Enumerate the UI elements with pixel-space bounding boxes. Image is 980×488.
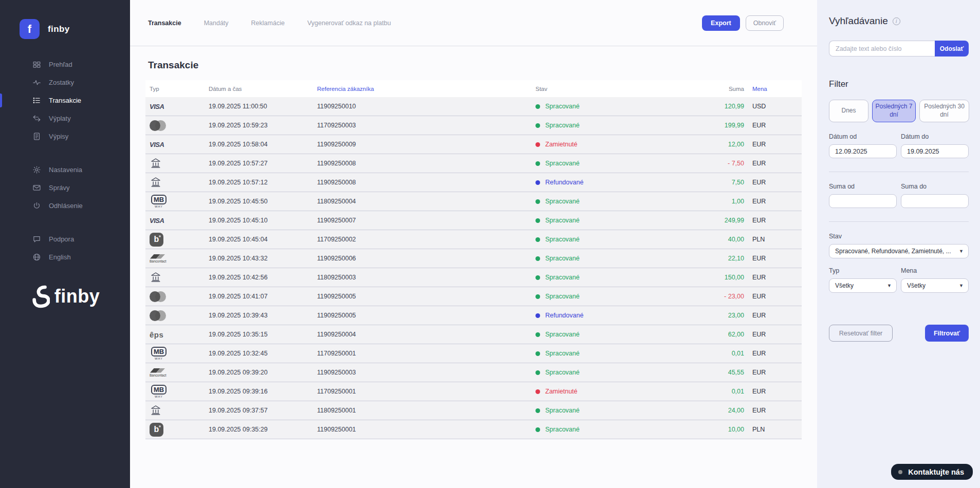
status-cell: Zamietnuté — [531, 388, 701, 395]
datetime-cell: 19.09.2025 10:41:07 — [205, 293, 313, 300]
payment-type-cell: Bancontact — [145, 249, 205, 268]
status-label: Spracované — [545, 293, 580, 300]
status-cell: Spracované — [531, 369, 701, 376]
transaction-row[interactable]: MBWAY19.09.2025 10:32:4511709250001Sprac… — [145, 344, 802, 363]
status-select[interactable]: Spracované, Refundované, Zamietnuté, ...… — [829, 244, 969, 258]
sidebar-item-odhlasenie[interactable]: Odhlásenie — [0, 197, 130, 215]
sidebar-footer-logo: finby — [0, 284, 130, 309]
search-title: Vyhľadávanie i — [829, 15, 969, 27]
tab-transakcie[interactable]: Transakcie — [148, 20, 181, 27]
search-input[interactable] — [829, 41, 935, 57]
currency-cell: USD — [744, 103, 802, 110]
transaction-row[interactable]: 19.09.2025 10:57:1211909250008Refundovan… — [145, 173, 802, 192]
status-cell: Spracované — [531, 293, 701, 300]
status-label: Refundované — [545, 312, 583, 319]
status-label: Spracované — [545, 426, 580, 433]
divider — [829, 221, 969, 222]
reference-cell: 11809250001 — [313, 407, 531, 414]
brand-logo-icon: f — [20, 19, 40, 39]
column-header-stav[interactable]: Stav — [531, 86, 701, 92]
tab-reklamacie[interactable]: Reklamácie — [251, 20, 285, 27]
transaction-row[interactable]: VISA19.09.2025 10:45:1011909250007Spraco… — [145, 211, 802, 230]
amount-cell: 62,00 — [701, 331, 744, 338]
tab-mandaty[interactable]: Mandáty — [204, 20, 229, 27]
type-select[interactable]: Všetky ▼ — [829, 278, 897, 293]
transaction-row[interactable]: 19.09.2025 10:42:5611809250003Spracované… — [145, 268, 802, 287]
bancontact-app-icon: b — [150, 233, 163, 247]
transaction-row[interactable]: 19.09.2025 10:41:0711909250005Spracované… — [145, 287, 802, 306]
info-icon[interactable]: i — [893, 17, 900, 25]
transaction-row[interactable]: MBWAY19.09.2025 09:39:1611709250001Zamie… — [145, 382, 802, 401]
quick-range-chip-dnes[interactable]: Dnes — [829, 100, 868, 122]
status-dot-icon — [535, 161, 540, 166]
amount-from-input[interactable] — [829, 194, 897, 208]
amount-cell: 12,00 — [701, 141, 744, 148]
reference-cell: 11909250007 — [313, 217, 531, 224]
sidebar-item-vyplaty[interactable]: Výplaty — [0, 109, 130, 127]
date-from-input[interactable] — [829, 144, 897, 158]
apply-filter-button[interactable]: Filtrovať — [925, 325, 969, 342]
currency-select[interactable]: Všetky ▼ — [901, 278, 969, 293]
status-label: Spracované — [545, 160, 580, 167]
transaction-row[interactable]: 19.09.2025 09:37:5711809250001Spracované… — [145, 401, 802, 420]
column-header-suma[interactable]: Suma — [701, 86, 744, 92]
status-select-value: Spracované, Refundované, Zamietnuté, ... — [835, 248, 951, 255]
amount-cell: 24,00 — [701, 407, 744, 414]
sidebar-item-label: Podpora — [49, 235, 74, 243]
column-header-typ[interactable]: Typ — [145, 86, 205, 92]
contact-us-button[interactable]: Kontaktujte nás — [891, 464, 973, 480]
sidebar-nav-group: NastaveniaSprávyOdhlásenie — [0, 161, 130, 215]
filter-actions: Resetovať filter Filtrovať — [829, 325, 969, 342]
transaction-row[interactable]: êps19.09.2025 10:35:1511909250004Spracov… — [145, 325, 802, 344]
column-header-referencia-zakaznika[interactable]: Referencia zákazníka — [313, 86, 531, 92]
sidebar-item-nastavenia[interactable]: Nastavenia — [0, 161, 130, 179]
transaction-row[interactable]: Bancontact19.09.2025 09:39:2011909250003… — [145, 363, 802, 382]
payment-type-cell: b — [145, 420, 205, 439]
search-submit-button[interactable]: Odoslať — [935, 41, 969, 57]
transaction-row[interactable]: VISA19.09.2025 11:00:5011909250010Spraco… — [145, 97, 802, 116]
tab-vygenerovat-odkaz-na-platbu[interactable]: Vygenerovať odkaz na platbu — [307, 20, 391, 27]
export-button[interactable]: Export — [702, 15, 740, 31]
sidebar-item-transakcie[interactable]: Transakcie — [0, 91, 130, 109]
transaction-row[interactable]: 19.09.2025 10:39:4311909250005Refundovan… — [145, 306, 802, 325]
datetime-cell: 19.09.2025 10:32:45 — [205, 350, 313, 357]
mail-icon — [32, 183, 41, 192]
sidebar-item-zostatky[interactable]: Zostatky — [0, 73, 130, 91]
refresh-button[interactable]: Obnoviť — [746, 15, 784, 31]
sidebar-item-podpora[interactable]: Podpora — [0, 230, 130, 248]
datetime-cell: 19.09.2025 10:45:04 — [205, 236, 313, 243]
reference-cell: 11809250004 — [313, 198, 531, 205]
reference-cell: 11709250001 — [313, 350, 531, 357]
sidebar-item-english[interactable]: English — [0, 248, 130, 266]
date-to-input[interactable] — [901, 144, 969, 158]
transaction-row[interactable]: b19.09.2025 09:35:2911909250001Spracovan… — [145, 420, 802, 439]
status-label: Spracované — [545, 274, 580, 281]
sidebar-item-prehlad[interactable]: Prehľad — [0, 55, 130, 73]
quick-range-chip-poslednych-7-dni[interactable]: Posledných 7 dní — [872, 100, 916, 122]
column-header-datum-a-cas[interactable]: Dátum a čas — [205, 86, 313, 92]
status-label: Refundované — [545, 179, 583, 186]
sidebar-item-spravy[interactable]: Správy — [0, 179, 130, 197]
transaction-row[interactable]: b19.09.2025 10:45:0411709250002Spracovan… — [145, 230, 802, 249]
visa-icon: VISA — [150, 141, 164, 148]
datetime-cell: 19.09.2025 09:35:29 — [205, 426, 313, 433]
transaction-row[interactable]: MBWAY19.09.2025 10:45:5011809250004Sprac… — [145, 192, 802, 211]
transaction-row[interactable]: VISA19.09.2025 10:58:0411909250009Zamiet… — [145, 135, 802, 154]
quick-range-chip-poslednych-30-dni[interactable]: Posledných 30 dní — [919, 100, 969, 122]
amount-to-input[interactable] — [901, 194, 969, 208]
transaction-row[interactable]: Bancontact19.09.2025 10:43:3211909250006… — [145, 249, 802, 268]
reset-filter-button[interactable]: Resetovať filter — [829, 325, 893, 342]
status-cell: Spracované — [531, 426, 701, 433]
payment-type-cell — [145, 287, 205, 306]
datetime-cell: 19.09.2025 10:59:23 — [205, 122, 313, 129]
transaction-row[interactable]: 19.09.2025 10:59:2311709250003Spracované… — [145, 116, 802, 135]
reference-cell: 11909250010 — [313, 103, 531, 110]
sidebar-item-vypisy[interactable]: Výpisy — [0, 127, 130, 145]
payment-type-cell: b — [145, 230, 205, 249]
column-header-mena[interactable]: Mena — [744, 86, 802, 92]
amount-cell: 150,00 — [701, 274, 744, 281]
currency-cell: EUR — [744, 369, 802, 376]
transaction-row[interactable]: 19.09.2025 10:57:2711909250008Spracované… — [145, 154, 802, 173]
date-from-label: Dátum od — [829, 133, 897, 140]
datetime-cell: 19.09.2025 09:37:57 — [205, 407, 313, 414]
